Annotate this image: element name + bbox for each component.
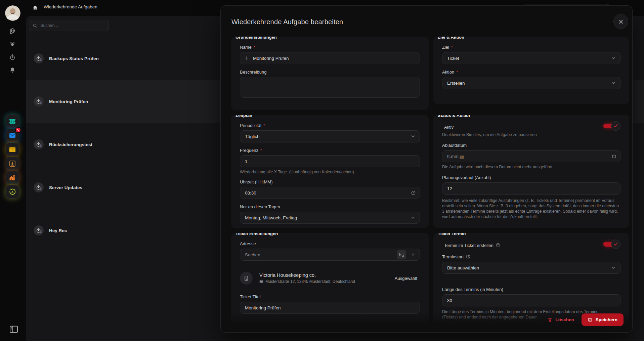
ziel-select[interactable]: Ticket bbox=[442, 52, 620, 64]
uhrzeit-input[interactable] bbox=[240, 187, 420, 199]
terminstart-label: Terminstart bbox=[442, 254, 620, 259]
filter-icon[interactable] bbox=[410, 252, 416, 258]
list-item-label: Backups Status Prüfen bbox=[49, 56, 99, 61]
name-label: Name* bbox=[240, 45, 420, 50]
chevron-down-icon bbox=[611, 265, 616, 270]
divider bbox=[442, 282, 620, 282]
aktiv-help: Deaktivieren Sie dies, um die Aufgabe zu… bbox=[442, 132, 620, 137]
section-ticket-einstellungen: Ticket Einstellungen Adresse Victoria Ho… bbox=[231, 233, 429, 325]
close-button[interactable] bbox=[613, 14, 628, 29]
address-info: Victoria Housekeeping co. Musterstraße 1… bbox=[259, 272, 355, 284]
aktiv-label: Aktiv bbox=[444, 125, 454, 130]
uhrzeit-label: Uhrzeit (HH:MM) bbox=[240, 179, 420, 184]
recurring-task-icon: 2 bbox=[34, 139, 44, 150]
recurring-task-icon: 2 bbox=[34, 225, 44, 236]
company-address: Musterstraße 12, 12345 Musterstadt, Deut… bbox=[265, 279, 355, 284]
frequenz-label: Frequenz* bbox=[240, 148, 420, 153]
app-properties-icon[interactable] bbox=[6, 171, 19, 184]
ablaufdatum-label: Ablaufdatum bbox=[442, 143, 620, 148]
section-ziel-aktion: Ziel & Aktion Ziel* Ticket Aktion* Erste… bbox=[433, 37, 629, 104]
sidebar-collapse-icon[interactable] bbox=[9, 325, 19, 334]
ablaufdatum-help: Die Aufgabe wird nach diesem Datum nicht… bbox=[442, 164, 620, 170]
app-tickets-icon[interactable] bbox=[6, 115, 19, 128]
plus-icon bbox=[244, 55, 249, 61]
chevron-down-icon bbox=[410, 215, 416, 220]
termin-toggle[interactable] bbox=[602, 239, 620, 249]
section-legend: Ticket Einstellungen bbox=[231, 233, 282, 237]
map-icon bbox=[259, 280, 263, 284]
section-legend: Ticket Termin bbox=[433, 233, 470, 237]
planungsvorlauf-help: Bestimmt, wie viele zukünftige Ausführun… bbox=[442, 198, 620, 219]
aktiv-toggle[interactable] bbox=[602, 121, 620, 131]
modal-title: Wiederkehrende Aufgabe bearbeiten bbox=[231, 18, 343, 26]
user-avatar[interactable] bbox=[5, 5, 20, 21]
section-legend: Status & Ablauf bbox=[433, 115, 474, 119]
clock-icon[interactable] bbox=[411, 190, 416, 196]
breadcrumb: Wiederkehrende Aufgaben bbox=[44, 4, 97, 9]
svg-text:2: 2 bbox=[40, 102, 42, 104]
laenge-label: Länge des Termins (in Minuten) bbox=[442, 287, 620, 292]
mail-badge: 5 bbox=[15, 127, 21, 133]
list-item-label: Server Updates bbox=[49, 185, 82, 190]
chevron-down-icon bbox=[410, 134, 416, 139]
termin-toggle-label: Termin im Ticket erstellen bbox=[444, 243, 501, 248]
save-button[interactable]: Speichern bbox=[582, 313, 624, 326]
chevron-down-icon bbox=[611, 80, 616, 86]
help-icon[interactable] bbox=[496, 243, 501, 248]
frequenz-help: Wiederholung alle X Tage. (Unabhängig vo… bbox=[240, 169, 420, 175]
save-icon bbox=[588, 317, 593, 322]
beschreibung-label: Beschreibung bbox=[240, 70, 420, 75]
tage-select[interactable]: Montag, Mittwoch, Freitag bbox=[240, 212, 420, 224]
tage-label: Nur an diesen Tagen bbox=[240, 204, 420, 209]
list-item-label: Monitoring Prüfen bbox=[49, 99, 88, 104]
home-icon[interactable] bbox=[32, 5, 38, 10]
recurring-task-icon: 2 bbox=[34, 53, 44, 63]
terminstart-select[interactable]: Bitte auswählen bbox=[442, 262, 620, 274]
toggle-knob bbox=[611, 240, 620, 249]
periodizitaet-select[interactable]: Täglich bbox=[240, 130, 420, 142]
chevron-down-icon bbox=[611, 55, 616, 61]
task-search[interactable] bbox=[29, 20, 109, 31]
app-automation-icon[interactable]: A bbox=[6, 185, 19, 199]
monitoring-eye-icon[interactable] bbox=[9, 40, 16, 48]
ziel-label: Ziel* bbox=[442, 45, 620, 50]
section-status-ablauf: Status & Ablauf Aktiv Deaktivieren Sie d… bbox=[433, 115, 629, 228]
planungsvorlauf-input[interactable] bbox=[442, 182, 620, 195]
section-legend: Grundeinstellungen bbox=[231, 37, 281, 41]
aktion-label: Aktion* bbox=[442, 70, 620, 75]
edit-recurring-task-modal: Wiederkehrende Aufgabe bearbeiten Grunde… bbox=[220, 5, 633, 333]
app-root: 5 A Wiederkehrende Aufgaben 2 Backups St… bbox=[0, 0, 644, 341]
company-name: Victoria Housekeeping co. bbox=[259, 272, 355, 278]
selected-address-row[interactable]: Victoria Housekeeping co. Musterstraße 1… bbox=[240, 271, 420, 286]
app-mail-icon[interactable]: 5 bbox=[6, 129, 19, 142]
required-marker: * bbox=[451, 45, 453, 50]
adresse-search-input[interactable] bbox=[240, 249, 420, 261]
ticket-titel-input[interactable] bbox=[240, 302, 420, 314]
date-picker-icon[interactable] bbox=[612, 154, 616, 159]
name-input[interactable] bbox=[240, 52, 420, 64]
help-icon[interactable] bbox=[466, 254, 471, 259]
aktion-select[interactable]: Erstellen bbox=[442, 77, 620, 89]
notifications-bell-icon[interactable] bbox=[9, 67, 16, 74]
selected-badge: Ausgewählt bbox=[395, 276, 420, 281]
periodizitaet-label: Periodizität* bbox=[240, 123, 420, 128]
browser-search-icon[interactable] bbox=[9, 28, 16, 35]
ticket-titel-label: Ticket Titel bbox=[240, 294, 420, 299]
laenge-input[interactable] bbox=[442, 294, 620, 306]
modal-footer: Löschen Speichern bbox=[547, 313, 624, 326]
search-input[interactable] bbox=[40, 23, 105, 28]
frequenz-input[interactable] bbox=[240, 155, 420, 167]
building-icon bbox=[240, 272, 253, 285]
list-item-label: Hey Rec bbox=[49, 228, 67, 233]
delete-button[interactable]: Löschen bbox=[547, 317, 574, 323]
ablaufdatum-input[interactable] bbox=[442, 150, 620, 162]
planungsvorlauf-label: Planungsvorlauf (Anzahl) bbox=[442, 175, 620, 180]
stopwatch-icon[interactable] bbox=[9, 53, 16, 61]
contact-search-icon[interactable] bbox=[397, 250, 406, 259]
app-contacts-icon[interactable] bbox=[6, 157, 19, 170]
close-icon bbox=[618, 18, 624, 25]
app-calendar-icon[interactable] bbox=[6, 143, 19, 156]
trash-icon bbox=[547, 317, 553, 323]
svg-text:2: 2 bbox=[40, 188, 42, 190]
beschreibung-textarea[interactable] bbox=[240, 77, 420, 98]
